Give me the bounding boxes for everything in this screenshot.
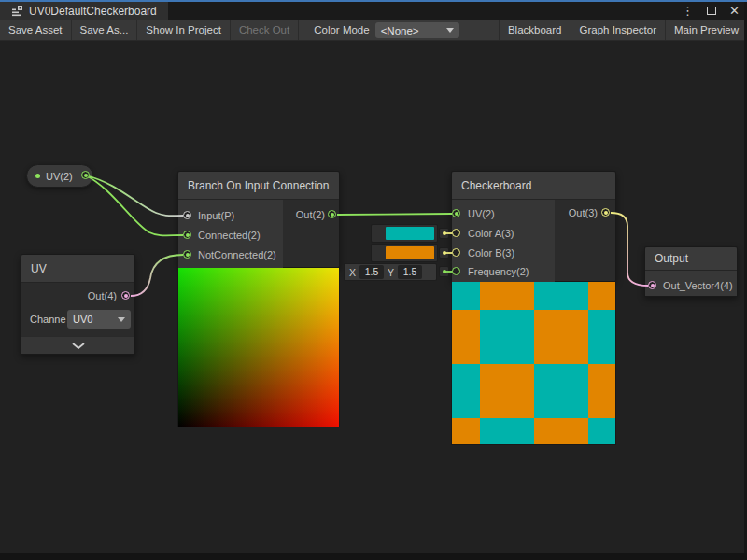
checkerboard-frequency-port-label: Frequency(2) (468, 265, 529, 278)
frequency-x-input[interactable]: 1.5 (359, 265, 384, 279)
checkerboard-node-header[interactable]: Checkerboard (452, 172, 615, 200)
checkerboard-colorb-port-label: Color B(3) (468, 246, 514, 259)
chevron-down-icon (118, 317, 125, 322)
color-a-connector-dot (443, 231, 446, 235)
branch-notconnected-port-label: NotConnected(2) (198, 248, 276, 261)
chevron-down-icon (446, 28, 454, 33)
uv-node-header[interactable]: UV (21, 255, 134, 283)
port-branch-notconnected[interactable] (183, 250, 191, 259)
color-b-connector-dot (443, 251, 446, 255)
uv-channel-value: UV0 (73, 314, 92, 325)
checkerboard-node-title: Checkerboard (461, 179, 531, 192)
blackboard-button[interactable]: Blackboard (500, 20, 571, 40)
color-mode-value: <None> (381, 25, 419, 36)
window-bottom-edge (0, 553, 747, 560)
color-a-connector (439, 228, 449, 239)
branch-connected-port-label: Connected(2) (198, 229, 261, 242)
port-branch-out[interactable] (328, 210, 336, 218)
window-menu-icon[interactable]: ⋮ (682, 2, 694, 20)
color-b-connector (439, 247, 449, 259)
window-close-icon[interactable]: ✕ (729, 2, 740, 20)
uv-out-port-label: Out(4) (65, 289, 117, 302)
output-node-header[interactable]: Output (645, 247, 737, 271)
frequency-y-label: Y (388, 267, 394, 278)
frequency-connector-dot (443, 270, 446, 273)
edge-uvout4-to-notconnected[interactable] (131, 255, 183, 296)
branch-node-header[interactable]: Branch On Input Connection (178, 172, 339, 200)
port-branch-connected[interactable] (183, 231, 191, 239)
toolbar-separator (298, 20, 299, 40)
preview-state-dot (35, 174, 40, 178)
branch-out-port-label: Out(2) (280, 208, 325, 221)
port-checkerboard-color-a[interactable] (452, 229, 460, 237)
frequency-connector (439, 266, 449, 277)
port-output-vector4[interactable] (648, 281, 656, 289)
color-b-swatch[interactable] (386, 246, 434, 259)
frequency-y-input[interactable]: 1.5 (398, 265, 422, 279)
edge-uv2-to-input[interactable] (86, 175, 183, 216)
window-maximize-icon[interactable] (707, 7, 716, 15)
titlebar: UV0DefaultCheckerboard ⋮ ✕ (0, 2, 747, 20)
save-as-button[interactable]: Save As... (72, 20, 137, 40)
tab-title: UV0DefaultCheckerboard (29, 5, 157, 18)
checkerboard-uv-port-label: UV(2) (468, 207, 495, 220)
edge-uv2-to-connected[interactable] (86, 175, 183, 235)
port-checkerboard-frequency[interactable] (452, 267, 460, 275)
color-mode-label: Color Mode (308, 20, 374, 40)
branch-node-uv-gradient-preview (177, 268, 340, 427)
color-a-swatch[interactable] (386, 227, 434, 240)
save-asset-button[interactable]: Save Asset (0, 20, 71, 40)
shader-graph-asset-icon (11, 5, 23, 17)
port-uv-out4[interactable] (121, 291, 130, 300)
frequency-x-label: X (349, 267, 356, 278)
uv-node-title: UV (31, 262, 47, 275)
port-checkerboard-out[interactable] (601, 208, 610, 217)
tab-shader-graph[interactable]: UV0DefaultCheckerboard (0, 2, 168, 20)
checkerboard-colora-port-label: Color A(3) (468, 227, 514, 240)
uv-channel-label: Channe (30, 313, 66, 326)
graph-canvas[interactable]: UV(2) UV Out(4) Channe UV0 Branch On Inp… (0, 41, 747, 553)
frequency-field: X 1.5 Y 1.5 (344, 263, 437, 281)
port-checkerboard-uv[interactable] (452, 209, 460, 217)
graph-inspector-button[interactable]: Graph Inspector (571, 20, 665, 40)
output-port-label: Out_Vector4(4) (663, 279, 733, 292)
uv-channel-dropdown[interactable]: UV0 (67, 310, 131, 329)
checkerboard-node-preview (451, 282, 616, 445)
port-uv2-redirect-out[interactable] (81, 171, 90, 179)
window-controls: ⋮ ✕ (682, 2, 740, 20)
edge-branchout-to-checkerboard-uv[interactable] (337, 214, 452, 215)
show-in-project-button[interactable]: Show In Project (137, 20, 230, 40)
color-mode-dropdown[interactable]: <None> (375, 22, 459, 38)
port-checkerboard-color-b[interactable] (452, 248, 460, 257)
checkerboard-out-port-label: Out(3) (551, 206, 598, 219)
uv-node-collapse-toggle[interactable] (21, 336, 134, 354)
output-node-title: Output (655, 252, 688, 265)
redirect-node-label: UV(2) (46, 171, 73, 182)
branch-node-title: Branch On Input Connection (188, 179, 329, 192)
check-out-button: Check Out (231, 20, 298, 40)
main-preview-button[interactable]: Main Preview (666, 20, 747, 40)
branch-input-port-label: Input(P) (198, 209, 234, 222)
port-branch-input[interactable] (183, 211, 191, 219)
chevron-down-icon (72, 343, 85, 349)
toolbar: Save Asset Save As... Show In Project Ch… (0, 20, 747, 41)
toolbar-right-group: Blackboard Graph Inspector Main Preview (499, 20, 747, 40)
edge-checkerboardout-to-output[interactable] (611, 213, 648, 286)
